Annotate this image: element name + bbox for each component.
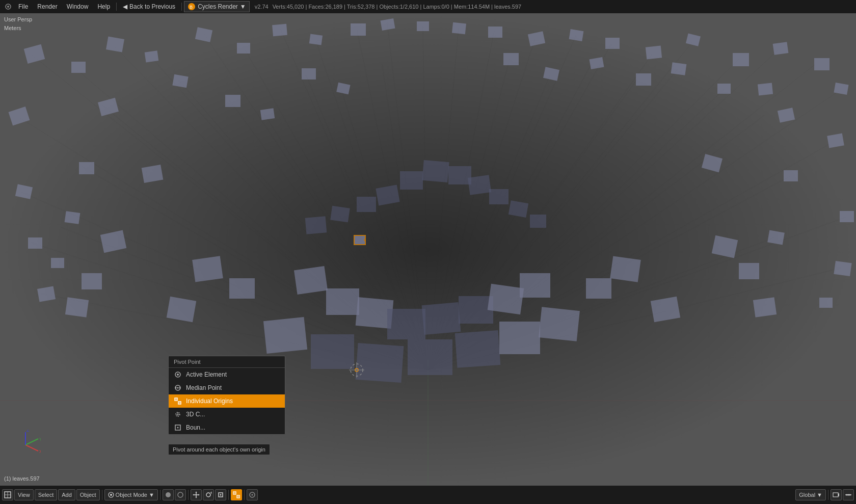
translate-manipulator[interactable] [191, 489, 202, 500]
svg-rect-146 [530, 215, 546, 228]
viewport-shading-wire[interactable] [175, 489, 186, 500]
back-arrow-icon: ◀ [123, 3, 127, 10]
viewport-stats: v2.74 Verts:45,020 | Faces:26,189 | Tris… [251, 4, 853, 10]
svg-rect-126 [739, 263, 759, 279]
pivot-point-menu: Pivot Point Active Element Median Point [168, 356, 285, 435]
pivot-3d-cursor[interactable]: 3D C... [169, 408, 285, 421]
active-element-icon [174, 370, 182, 379]
menu-help[interactable]: Help [93, 2, 114, 11]
svg-point-1 [7, 6, 9, 8]
svg-rect-141 [422, 160, 449, 182]
svg-text:X: X [39, 449, 41, 454]
svg-rect-92 [773, 42, 789, 55]
solid-shading-icon [165, 491, 172, 498]
scale-manipulator[interactable] [215, 489, 226, 500]
svg-point-180 [177, 387, 179, 389]
snap-toggle[interactable] [247, 489, 258, 500]
back-to-previous-btn[interactable]: ◀ Back to Previous [119, 2, 179, 11]
menu-file[interactable]: File [14, 2, 32, 11]
select-menu-btn[interactable]: Select [35, 489, 58, 500]
svg-rect-106 [302, 68, 316, 79]
svg-rect-87 [569, 29, 584, 41]
svg-rect-148 [326, 288, 359, 315]
svg-rect-138 [357, 197, 376, 212]
svg-point-216 [848, 494, 849, 496]
separator [160, 490, 160, 500]
pivot-point-btn[interactable] [231, 489, 242, 500]
svg-rect-99 [51, 258, 64, 268]
svg-rect-93 [814, 58, 830, 70]
transform-space-dropdown[interactable]: Global ▼ [795, 489, 826, 500]
bounding-box-icon [174, 423, 182, 432]
svg-rect-162 [354, 235, 365, 245]
pivot-tooltip: Pivot around each object's own origin [168, 444, 270, 455]
svg-rect-159 [455, 330, 501, 368]
svg-point-194 [110, 494, 112, 496]
system-icon[interactable] [3, 2, 13, 12]
svg-rect-145 [509, 200, 528, 218]
svg-point-209 [237, 496, 238, 497]
svg-rect-105 [260, 108, 275, 120]
render-engine-dropdown[interactable]: B Cycles Render ▼ [184, 1, 250, 12]
svg-rect-135 [651, 297, 681, 322]
svg-point-203 [206, 493, 210, 497]
svg-rect-100 [65, 211, 81, 224]
svg-rect-212 [833, 493, 838, 497]
svg-point-215 [846, 494, 848, 496]
rotate-manipulator[interactable] [203, 489, 214, 500]
svg-marker-201 [193, 494, 194, 496]
svg-rect-109 [840, 211, 854, 222]
bottom-toolbar: View Select Add Object Object Mode ▼ [0, 486, 856, 504]
svg-rect-140 [400, 171, 423, 190]
menu-render[interactable]: Render [33, 2, 61, 11]
svg-point-164 [364, 239, 366, 241]
svg-point-179 [179, 387, 181, 389]
svg-rect-130 [192, 256, 223, 282]
pivot-median-point[interactable]: Median Point [169, 381, 285, 394]
viewport-type-icon[interactable] [2, 489, 13, 500]
svg-rect-133 [610, 256, 641, 282]
svg-rect-89 [646, 45, 662, 59]
view-menu-btn[interactable]: View [14, 489, 34, 500]
svg-rect-101 [79, 162, 94, 174]
svg-rect-116 [717, 84, 731, 94]
svg-rect-117 [671, 62, 687, 75]
selection-info: (1) leaves.597 [4, 475, 40, 482]
svg-rect-153 [488, 284, 524, 315]
wire-shading-icon [177, 491, 184, 498]
svg-rect-151 [422, 302, 461, 335]
axis-gizmo: X Y Z [10, 430, 41, 460]
render-preview-icon[interactable] [831, 489, 842, 500]
svg-rect-161 [539, 307, 580, 341]
svg-text:Y: Y [39, 437, 41, 442]
object-mode-dropdown[interactable]: Object Mode ▼ [104, 489, 158, 500]
median-point-icon [174, 384, 182, 392]
pivot-menu-title: Pivot Point [169, 356, 285, 368]
svg-rect-160 [499, 322, 540, 354]
viewport-shading-solid[interactable] [163, 489, 174, 500]
svg-rect-139 [376, 185, 399, 206]
add-menu-btn[interactable]: Add [58, 489, 75, 500]
object-mode-icon [108, 492, 114, 498]
object-menu-btn[interactable]: Object [76, 489, 100, 500]
pivot-individual-origins[interactable]: Individual Origins [169, 394, 285, 408]
separator [188, 490, 189, 500]
svg-rect-127 [753, 297, 777, 317]
pivot-bounding-box[interactable]: Boun... [169, 421, 285, 434]
svg-point-211 [251, 494, 253, 496]
pivot-active-element[interactable]: Active Element [169, 368, 285, 381]
svg-rect-143 [468, 175, 491, 195]
timeline-icon [845, 491, 852, 498]
individual-origins-icon [174, 397, 182, 405]
viewport-3d[interactable]: User Persp Meters X Y Z (1) leaves.597 P… [0, 13, 856, 486]
separator [102, 490, 102, 500]
dropdown-chevron: ▼ [817, 492, 822, 498]
timeline-icon-btn[interactable] [843, 489, 854, 500]
svg-rect-110 [834, 261, 851, 276]
svg-rect-144 [489, 189, 509, 204]
dropdown-chevron: ▼ [149, 492, 154, 498]
svg-point-184 [179, 403, 180, 404]
camera-icon [833, 491, 840, 498]
svg-rect-83 [417, 21, 429, 31]
menu-window[interactable]: Window [63, 2, 93, 11]
